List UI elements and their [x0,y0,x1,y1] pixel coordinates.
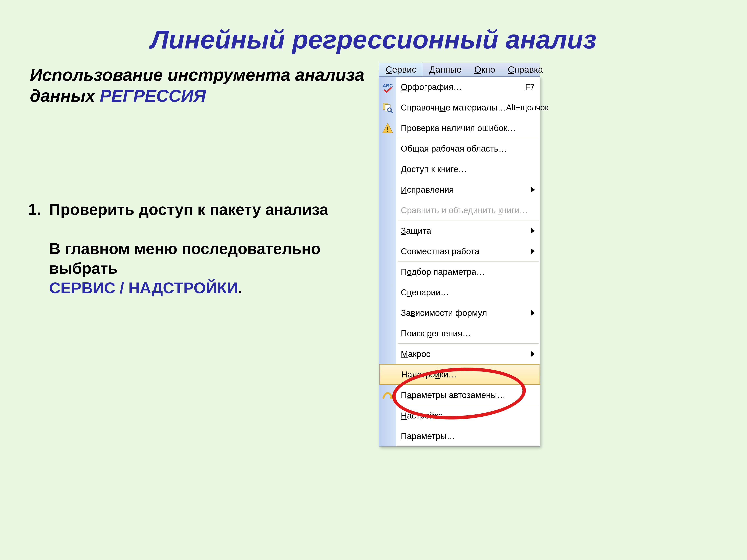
step-line1: Проверить доступ к пакету анализа [49,201,328,218]
menu-label: Проверка наличия ошибок… [401,123,516,133]
menu-shortcut: Alt+щелчок [506,103,548,112]
submenu-arrow-icon [531,228,535,234]
menu-item-addins[interactable]: Надстройки… [379,364,540,385]
menu-label: Макрос [401,349,431,359]
submenu-arrow-icon [531,351,535,357]
menu-label: Орфография… [401,82,462,92]
menu-label: Сценарии… [401,287,449,297]
menu-item-spelling[interactable]: ABC Орфография… F7 [379,77,540,97]
menu-item-customize[interactable]: Настройка… [379,405,540,426]
slide-root: Линейный регрессионный анализ Использова… [0,0,747,560]
slide-title: Линейный регрессионный анализ [9,25,738,54]
menu-label: Надстройки… [401,369,457,379]
menubar-item-service[interactable]: Сервис [379,62,423,76]
autocorrect-icon [382,389,393,401]
menu-label: Подбор параметра… [401,267,485,277]
svg-line-4 [391,111,393,113]
menu-item-errorcheck[interactable]: ! Проверка наличия ошибок… [379,118,540,138]
menu-item-collab[interactable]: Совместная работа [379,241,540,262]
menu-item-options[interactable]: Параметры… [379,426,540,446]
menu-shortcut: F7 [525,82,535,92]
menubar-item-window[interactable]: Окно [468,62,501,76]
submenu-arrow-icon [531,187,535,193]
menu-item-macro[interactable]: Макрос [379,344,540,364]
menubar-item-help[interactable]: Справка [501,62,549,76]
menu-label: Параметры автозамены… [401,390,506,400]
excel-menu-screenshot: Сервис Данные Окно Справка ABC Орфографи… [379,62,540,447]
menu-item-protection[interactable]: Защита [379,220,540,241]
menubar-item-data[interactable]: Данные [423,62,468,76]
menu-label: Совместная работа [401,246,480,256]
menu-item-sharebook[interactable]: Доступ к книге… [379,159,540,179]
menubar: Сервис Данные Окно Справка [379,62,540,77]
menu-label: Исправления [401,185,454,195]
research-icon [382,102,393,113]
subtitle-regression: РЕГРЕССИЯ [100,86,206,105]
menu-label: Зависимости формул [401,308,487,318]
menu-item-trackchanges[interactable]: Исправления [379,179,540,200]
step-number: 1. [22,200,41,219]
errorcheck-icon: ! [382,122,393,134]
submenu-arrow-icon [531,248,535,254]
menu-label: Настройка… [401,410,452,421]
step-dot: . [238,279,242,297]
menu-item-goalseek[interactable]: Подбор параметра… [379,262,540,282]
menu-item-auditing[interactable]: Зависимости формул [379,302,540,323]
menu-item-autocorrect[interactable]: Параметры автозамены… [379,385,540,405]
menu-item-scenarios[interactable]: Сценарии… [379,282,540,302]
instruction-step-1: 1. Проверить доступ к пакету анализа В г… [22,200,362,298]
menu-item-compare: Сравнить и объединить книги… [379,200,540,220]
menu-item-sharedws[interactable]: Общая рабочая область… [379,138,540,159]
menu-label: Общая рабочая область… [401,143,507,154]
menu-label: Параметры… [401,431,455,441]
menu-label: Поиск решения… [401,328,471,339]
step-menu-path: СЕРВИС / НАДСТРОЙКИ [49,279,238,297]
submenu-arrow-icon [531,310,535,316]
menu-item-solver[interactable]: Поиск решения… [379,323,540,344]
slide-subtitle: Использование инструмента анализа данных… [30,64,377,106]
menu-label: Защита [401,226,431,236]
menu-item-research[interactable]: Справочные материалы… Alt+щелчок [379,97,540,118]
spelling-icon: ABC [382,81,393,93]
step-para-a: В главном меню последовательно выбрать [49,240,320,277]
step-body: Проверить доступ к пакету анализа В глав… [49,200,355,298]
menu-label: Сравнить и объединить книги… [401,205,528,215]
menu-label: Справочные материалы… [401,103,506,112]
svg-text:!: ! [386,125,389,133]
menu-label: Доступ к книге… [401,164,467,174]
service-dropdown: ABC Орфография… F7 Справочные материалы…… [379,77,540,447]
